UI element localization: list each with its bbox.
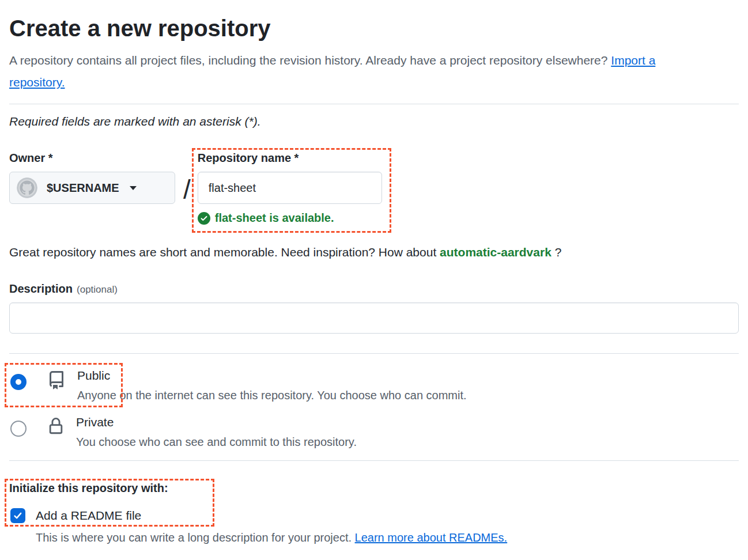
owner-label: Owner * bbox=[9, 152, 175, 165]
suggested-repo-name[interactable]: automatic-aardvark bbox=[440, 245, 551, 259]
page-title: Create a new repository bbox=[9, 15, 739, 41]
visibility-option-private: Private You choose who can see and commi… bbox=[9, 415, 739, 449]
public-option-label[interactable]: Public bbox=[77, 368, 467, 383]
checkmark-icon bbox=[13, 510, 23, 521]
readme-note: This is where you can write a long descr… bbox=[36, 531, 739, 544]
readme-checkbox[interactable] bbox=[10, 508, 25, 523]
owner-avatar-icon bbox=[17, 177, 37, 198]
divider bbox=[9, 353, 739, 354]
availability-status: flat-sheet is available. bbox=[198, 211, 382, 225]
repo-book-icon bbox=[47, 371, 66, 392]
owner-repo-separator: / bbox=[183, 173, 191, 206]
learn-more-readmes-link[interactable]: Learn more about READMEs. bbox=[355, 531, 508, 544]
public-option-text: Public Anyone on the internet can see th… bbox=[77, 368, 467, 402]
lock-icon bbox=[47, 418, 65, 437]
private-option-description: You choose who can see and commit to thi… bbox=[76, 435, 357, 449]
repository-name-label: Repository name * bbox=[198, 152, 382, 165]
availability-message: flat-sheet is available. bbox=[215, 211, 334, 225]
initialize-heading: Initialize this repository with: bbox=[9, 482, 739, 495]
check-circle-icon bbox=[198, 212, 210, 225]
visibility-option-public: Public Anyone on the internet can see th… bbox=[9, 368, 739, 402]
readme-checkbox-row: Add a README file bbox=[9, 508, 739, 523]
required-fields-note: Required fields are marked with an aster… bbox=[9, 115, 739, 128]
readme-note-text: This is where you can write a long descr… bbox=[36, 531, 355, 544]
divider bbox=[9, 460, 739, 461]
description-label-row: Description (optional) bbox=[9, 282, 739, 296]
description-label: Description bbox=[9, 282, 73, 296]
intro-text: A repository contains all project files,… bbox=[9, 54, 611, 67]
private-option-label[interactable]: Private bbox=[76, 415, 357, 430]
name-hint-suffix: ? bbox=[551, 245, 562, 259]
divider bbox=[9, 104, 739, 104]
owner-selected-value: $USERNAME bbox=[47, 181, 119, 195]
private-radio[interactable] bbox=[10, 421, 27, 437]
caret-down-icon bbox=[130, 186, 137, 190]
public-option-description: Anyone on the internet can see this repo… bbox=[77, 388, 467, 402]
description-input[interactable] bbox=[9, 302, 739, 334]
readme-checkbox-label[interactable]: Add a README file bbox=[36, 509, 141, 523]
public-radio[interactable] bbox=[10, 374, 27, 390]
owner-dropdown-button[interactable]: $USERNAME bbox=[9, 172, 175, 204]
description-optional-tag: (optional) bbox=[77, 284, 118, 296]
create-repository-page: Create a new repository A repository con… bbox=[0, 15, 748, 544]
initialize-section: Initialize this repository with: Add a R… bbox=[9, 482, 739, 523]
intro-paragraph: A repository contains all project files,… bbox=[9, 50, 709, 93]
owner-repo-row: Owner * $USERNAME / Repository name * bbox=[9, 152, 739, 225]
repository-name-field: Repository name * flat-sheet is availabl… bbox=[198, 152, 382, 225]
name-suggestion-line: Great repository names are short and mem… bbox=[9, 245, 739, 259]
private-option-text: Private You choose who can see and commi… bbox=[76, 415, 357, 449]
name-hint-text: Great repository names are short and mem… bbox=[9, 245, 440, 259]
repository-name-input[interactable] bbox=[198, 172, 382, 204]
owner-field: Owner * $USERNAME bbox=[9, 152, 175, 204]
